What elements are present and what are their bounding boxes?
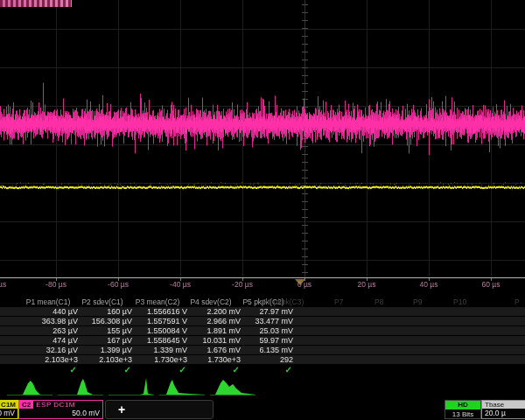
measure-value: 1.556616 V <box>127 307 188 317</box>
measure-table: P1 mean(C1)440 µV363.98 µV263 µV474 µV32… <box>0 298 525 376</box>
status-check-icon: ✓ <box>18 365 79 375</box>
measure-value: 2.103e+3 <box>18 355 79 365</box>
descriptor-bar: C1M 0 mV C2ESP DC1M 50.0 mV + HD 13 Bits… <box>0 400 525 420</box>
hd-badge: HD <box>445 401 480 410</box>
measure-value: 1.399 µV <box>72 346 133 355</box>
add-trace-box[interactable]: + <box>105 400 214 419</box>
measure-value: 156.308 µV <box>72 317 133 326</box>
tbase-value: 20.0 µ <box>482 409 525 418</box>
measure-value: 1.558645 V <box>127 336 188 346</box>
measure-value: 2.103e+3 <box>72 355 133 365</box>
c2-volts-per-div: 50.0 mV <box>19 409 102 418</box>
channel-c2-descriptor[interactable]: C2ESP DC1M 50.0 mV <box>18 400 103 419</box>
measure-header[interactable]: P3 mean(C2) <box>127 298 188 307</box>
measure-value: 1.339 mV <box>127 346 188 355</box>
measure-value: 6.135 mV <box>233 346 294 355</box>
measure-column-p2: P2 sdev(C1)160 µV156.308 µV155 µV167 µV1… <box>72 298 133 375</box>
hd-bits: 13 Bits <box>445 410 480 418</box>
time-axis-label: 20 µs <box>347 280 386 289</box>
waveform-display[interactable] <box>0 0 525 292</box>
measure-value: 155 µV <box>72 326 133 336</box>
c1-badge: C1M <box>0 401 18 409</box>
status-check-icon: ✓ <box>72 365 133 375</box>
time-axis-label: 0 µs <box>285 280 324 289</box>
plus-icon[interactable]: + <box>118 402 125 417</box>
measure-value: 474 µV <box>18 336 79 346</box>
measure-value: 33.477 mV <box>233 317 294 326</box>
histicon-p2[interactable] <box>58 376 103 401</box>
measure-value: 1.557591 V <box>127 317 188 326</box>
time-axis-label: 60 µs <box>472 280 510 289</box>
measure-column-p3: P3 mean(C2)1.556616 V1.557591 V1.550084 … <box>127 298 188 375</box>
timebase-descriptor[interactable]: Tbase 20.0 µ <box>481 400 525 419</box>
inactive-measure-header: P7 <box>334 298 343 307</box>
time-axis-label: -20 µs <box>223 280 262 289</box>
inactive-measure-header: P9 <box>413 298 422 307</box>
time-axis-label: -60 µs <box>99 280 137 289</box>
time-axis-label: 40 µs <box>410 280 448 289</box>
measure-value: 1.730e+3 <box>127 355 188 365</box>
histicon-p4[interactable] <box>159 376 205 401</box>
hd-mode-box[interactable]: HD 13 Bits <box>444 400 481 419</box>
measure-value: 59.97 mV <box>233 336 294 346</box>
measure-value: 440 µV <box>18 307 79 317</box>
status-check-icon: ✓ <box>233 365 294 375</box>
measure-value: 263 µV <box>18 326 79 336</box>
time-axis: -100 µs-80 µs-60 µs-40 µs-20 µs0 µs20 µs… <box>0 280 525 291</box>
histicon-row <box>0 376 525 400</box>
measure-header[interactable]: P1 mean(C1) <box>18 298 79 307</box>
status-check-icon: ✓ <box>127 365 188 375</box>
histicon-p3[interactable] <box>108 376 154 401</box>
time-axis-label: -80 µs <box>37 280 75 289</box>
channel-c1-descriptor[interactable]: C1M 0 mV <box>0 400 18 419</box>
histicon-p1[interactable] <box>7 376 52 401</box>
measure-column-p1: P1 mean(C1)440 µV363.98 µV263 µV474 µV32… <box>18 298 79 375</box>
measure-value: 167 µV <box>72 336 133 346</box>
histicon-p5[interactable] <box>210 376 256 401</box>
measure-value: 27.97 mV <box>233 307 294 317</box>
tbase-label: Tbase <box>482 401 525 409</box>
c2-badge: C2 <box>19 401 33 409</box>
measure-value: 363.98 µV <box>18 317 79 326</box>
measure-value: 1.550084 V <box>127 326 188 336</box>
c2-strip: C2ESP DC1M <box>19 401 102 409</box>
c1-volts-per-div: 0 mV <box>0 409 18 418</box>
clipped-top-label <box>0 0 72 7</box>
inactive-measure-header: P10 <box>453 298 466 307</box>
time-axis-label: -40 µs <box>161 280 200 289</box>
measure-value: 292 <box>233 355 294 365</box>
measure-value: 25.03 mV <box>233 326 294 336</box>
measure-header[interactable]: P2 sdev(C1) <box>72 298 133 307</box>
measure-value: 160 µV <box>72 307 133 317</box>
inactive-measure-header: P <box>514 298 520 307</box>
inactive-measure-header: P8 <box>374 298 383 307</box>
measure-column-p5: P5 pkpk(C2)27.97 mV33.477 mV25.03 mV59.9… <box>233 298 294 375</box>
time-axis-label: -100 µs <box>0 280 13 289</box>
c2-coupling: ESP DC1M <box>33 401 75 409</box>
measure-value: 32.16 µV <box>18 346 79 355</box>
inactive-measure-header: P6 pkpk(C3) <box>262 298 304 307</box>
oscilloscope-screen: -100 µs-80 µs-60 µs-40 µs-20 µs0 µs20 µs… <box>0 0 525 420</box>
